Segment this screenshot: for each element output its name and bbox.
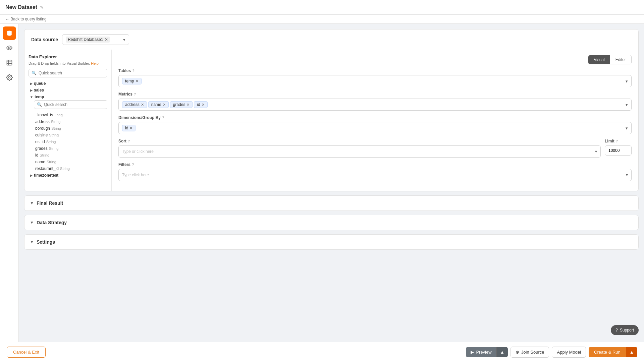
final-result-chevron-icon: ▼ xyxy=(30,201,34,205)
sidebar-icon-table[interactable] xyxy=(3,56,16,69)
cancel-exit-button[interactable]: Cancel & Exit xyxy=(7,347,46,351)
quick-search-2[interactable]: 🔍 xyxy=(34,100,107,109)
metrics-help-icon[interactable]: ? xyxy=(134,92,136,96)
support-button[interactable]: ? Support xyxy=(611,325,639,335)
sidebar-icon-database[interactable] xyxy=(3,26,16,40)
filters-label: Filters xyxy=(118,162,130,167)
metrics-chip-address: address ✕ xyxy=(122,101,147,108)
filters-input[interactable]: Type click here ▾ xyxy=(118,169,632,181)
limit-input[interactable] xyxy=(605,145,632,156)
play-icon: ▶ xyxy=(471,350,474,351)
metrics-select[interactable]: address ✕ name ✕ grades ✕ id ✕ ▾ xyxy=(118,99,632,111)
plus-circle-icon: ⊕ xyxy=(516,350,519,351)
join-source-button[interactable]: ⊕ Join Source xyxy=(511,347,549,351)
dimensions-chip-id-remove[interactable]: ✕ xyxy=(129,126,132,130)
preview-button[interactable]: ▶ Preview xyxy=(466,347,496,351)
data-strategy-chevron-icon: ▼ xyxy=(30,220,34,225)
field-knowi-ts[interactable]: _knowi_ts Long xyxy=(34,112,107,118)
sort-help-icon[interactable]: ? xyxy=(128,139,130,143)
chevron-right-icon-2: ▶ xyxy=(30,88,33,92)
tree-item-queue[interactable]: ▶ queue xyxy=(29,80,107,87)
metrics-chip-id-remove[interactable]: ✕ xyxy=(202,103,205,107)
help-link[interactable]: Help xyxy=(91,61,99,65)
right-buttons-group: ▶ Preview ▲ ⊕ Join Source Apply Model Cr… xyxy=(466,347,637,351)
dimensions-caret-icon: ▾ xyxy=(626,126,628,131)
limit-help-icon[interactable]: ? xyxy=(616,139,618,143)
quick-search-input-1[interactable] xyxy=(39,71,104,75)
chevron-down-icon: ▼ xyxy=(30,95,33,99)
sidebar xyxy=(0,24,19,351)
caret-up-icon-2: ▲ xyxy=(630,350,634,351)
final-result-header[interactable]: ▼ Final Result xyxy=(24,196,638,210)
metrics-chip-name-remove[interactable]: ✕ xyxy=(163,103,166,107)
settings-title: Settings xyxy=(37,239,55,245)
create-run-button[interactable]: Create & Run xyxy=(589,347,626,351)
settings-chevron-icon: ▼ xyxy=(30,240,34,244)
field-borough[interactable]: borough String xyxy=(34,125,107,132)
search-icon-1: 🔍 xyxy=(32,71,37,75)
datasource-remove-btn[interactable]: ✕ xyxy=(105,37,108,42)
tables-select[interactable]: temp ✕ ▾ xyxy=(118,75,632,87)
metrics-chip-address-remove[interactable]: ✕ xyxy=(141,103,144,107)
field-id[interactable]: id String xyxy=(34,152,107,159)
field-restaurant-id[interactable]: restaurant_id String xyxy=(34,165,107,172)
metrics-section: Metrics ? address ✕ name ✕ grades ✕ id ✕… xyxy=(118,92,632,111)
sidebar-icon-gear[interactable] xyxy=(3,71,16,84)
metrics-chip-grades: grades ✕ xyxy=(170,101,193,108)
metrics-label: Metrics xyxy=(118,92,132,97)
field-es-id[interactable]: es_id String xyxy=(34,138,107,145)
dimensions-select[interactable]: id ✕ ▾ xyxy=(118,122,632,134)
filters-help-icon[interactable]: ? xyxy=(132,163,134,167)
datasource-label: Data source xyxy=(31,37,58,42)
tree-item-timezonetest[interactable]: ▶ timezonetest xyxy=(29,172,107,179)
preview-group: ▶ Preview ▲ xyxy=(466,347,507,351)
limit-section: Limit ? xyxy=(605,139,632,156)
field-address[interactable]: address String xyxy=(34,118,107,125)
data-explorer-title: Data Explorer xyxy=(29,54,107,59)
editor-toggle-btn[interactable]: Editor xyxy=(610,55,631,64)
back-link[interactable]: ← Back to query listing xyxy=(5,17,47,21)
svg-point-1 xyxy=(8,47,10,49)
create-run-caret-button[interactable]: ▲ xyxy=(626,347,637,351)
settings-header[interactable]: ▼ Settings xyxy=(24,235,638,249)
metrics-caret-icon: ▾ xyxy=(626,102,628,107)
sort-input[interactable]: Type or click here ▾ xyxy=(118,145,601,158)
quick-search-1[interactable]: 🔍 xyxy=(29,69,107,77)
chevron-right-icon: ▶ xyxy=(30,82,33,85)
tables-help-icon[interactable]: ? xyxy=(132,69,135,73)
page-title: New Dataset xyxy=(5,4,37,10)
create-run-group: Create & Run ▲ xyxy=(589,347,637,351)
tree-item-temp[interactable]: ▼ temp xyxy=(29,94,107,100)
apply-model-button[interactable]: Apply Model xyxy=(552,347,586,351)
tables-chip-remove[interactable]: ✕ xyxy=(136,79,139,83)
field-name[interactable]: name String xyxy=(34,159,107,165)
dimensions-help-icon[interactable]: ? xyxy=(162,116,164,120)
search-icon-2: 🔍 xyxy=(37,102,42,107)
tables-chip-temp: temp ✕ xyxy=(122,78,142,84)
tree-item-sales[interactable]: ▶ sales xyxy=(29,87,107,94)
datasource-select[interactable]: Redshift Database1 ✕ ▾ xyxy=(62,34,129,45)
edit-icon[interactable]: ✎ xyxy=(40,5,44,10)
final-result-card: ▼ Final Result xyxy=(24,195,639,211)
data-strategy-title: Data Strategy xyxy=(37,220,67,225)
metrics-chip-id: id ✕ xyxy=(194,101,207,108)
quick-search-input-2[interactable] xyxy=(44,102,104,107)
svg-point-6 xyxy=(8,77,10,78)
visual-toggle-btn[interactable]: Visual xyxy=(588,55,610,64)
filters-placeholder: Type click here xyxy=(122,173,149,177)
tables-section: Tables ? temp ✕ ▾ xyxy=(118,68,632,87)
view-toggle: Visual Editor xyxy=(588,55,632,64)
metrics-chip-grades-remove[interactable]: ✕ xyxy=(186,103,190,107)
filters-section: Filters ? Type click here ▾ xyxy=(118,162,632,181)
datasource-caret-icon: ▾ xyxy=(123,37,125,42)
preview-caret-button[interactable]: ▲ xyxy=(496,347,508,351)
final-result-title: Final Result xyxy=(37,200,63,206)
sidebar-icon-eye[interactable] xyxy=(3,41,16,55)
data-strategy-header[interactable]: ▼ Data Strategy xyxy=(24,215,638,230)
field-grades[interactable]: grades String xyxy=(34,145,107,152)
metrics-chip-name: name ✕ xyxy=(148,101,169,108)
data-explorer-subtitle: Drag & Drop fields into Visual Builder. … xyxy=(29,61,107,65)
tables-label: Tables xyxy=(118,68,131,73)
field-cuisine[interactable]: cuisine String xyxy=(34,132,107,138)
support-icon: ? xyxy=(615,328,618,333)
